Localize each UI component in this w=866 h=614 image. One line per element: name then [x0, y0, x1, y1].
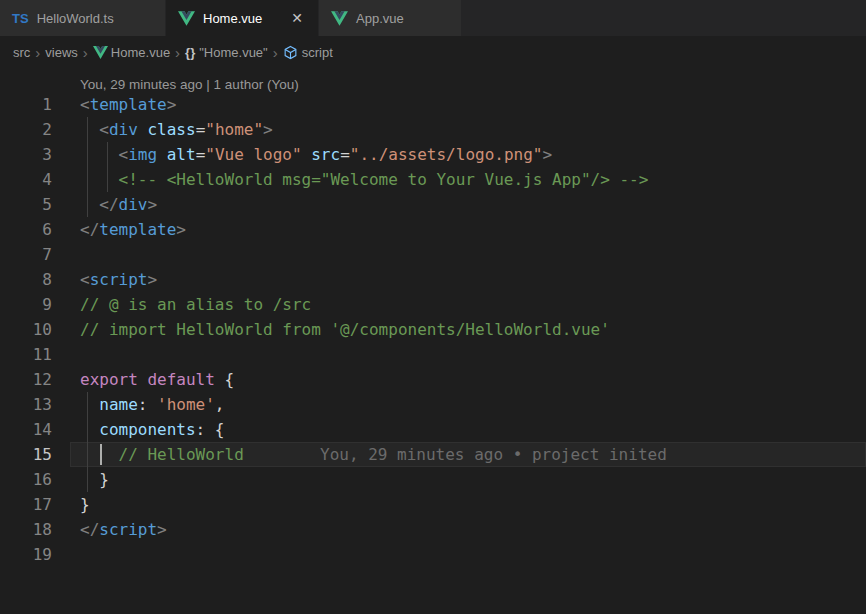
breadcrumb-label: script [302, 45, 333, 60]
code-text: <div class="home"> [80, 117, 273, 142]
line-number: 14 [0, 417, 52, 442]
code-line[interactable]: 12export default { [0, 367, 866, 392]
code-line[interactable]: 18</script> [0, 517, 866, 542]
braces-icon: {} [185, 45, 195, 60]
code-text: // @ is an alias to /src [80, 292, 311, 317]
chevron-right-icon: › [78, 45, 93, 60]
code-line[interactable]: 2 <div class="home"> [0, 117, 866, 142]
code-editor[interactable]: You, 29 minutes ago | 1 author (You) 1<t… [0, 68, 866, 567]
code-text: <!-- <HelloWorld msg="Welcome to Your Vu… [80, 167, 648, 192]
line-number: 2 [0, 117, 52, 142]
line-number: 12 [0, 367, 52, 392]
tab-home-vue[interactable]: Home.vue ✕ [166, 0, 319, 36]
chevron-right-icon: › [268, 45, 283, 60]
breadcrumb-item-views[interactable]: views [45, 45, 78, 60]
code-line[interactable]: 6</template> [0, 217, 866, 242]
breadcrumb-label: "Home.vue" [199, 45, 267, 60]
module-cube-icon [283, 45, 298, 60]
code-line[interactable]: 4 <!-- <HelloWorld msg="Welcome to Your … [0, 167, 866, 192]
typescript-icon: TS [12, 11, 29, 26]
tab-label: Home.vue [203, 11, 262, 26]
line-number: 9 [0, 292, 52, 317]
code-text: components: { [80, 417, 225, 442]
code-line[interactable]: 9// @ is an alias to /src [0, 292, 866, 317]
tab-bar: TS HelloWorld.ts Home.vue ✕ App.vue [0, 0, 866, 36]
code-line[interactable]: 14 components: { [0, 417, 866, 442]
code-text: <script> [80, 267, 157, 292]
line-number: 8 [0, 267, 52, 292]
code-text: export default { [80, 367, 234, 392]
code-text: <img alt="Vue logo" src="../assets/logo.… [80, 142, 552, 167]
code-line[interactable]: 5 </div> [0, 192, 866, 217]
inline-blame-annotation: You, 29 minutes ago • project inited [320, 442, 667, 467]
tab-helloworld-ts[interactable]: TS HelloWorld.ts [0, 0, 166, 36]
chevron-right-icon: › [170, 45, 185, 60]
code-text: </div> [80, 192, 157, 217]
breadcrumb-item-script[interactable]: script [283, 45, 333, 60]
code-line[interactable]: 17} [0, 492, 866, 517]
vue-icon [93, 46, 108, 59]
line-number: 5 [0, 192, 52, 217]
tab-label: App.vue [356, 11, 404, 26]
code-line[interactable]: 11 [0, 342, 866, 367]
code-text: <template> [80, 92, 176, 117]
tab-app-vue[interactable]: App.vue [319, 0, 462, 36]
close-icon[interactable]: ✕ [288, 9, 306, 27]
line-number: 19 [0, 542, 52, 567]
line-number: 1 [0, 92, 52, 117]
line-number: 7 [0, 242, 52, 267]
line-number: 17 [0, 492, 52, 517]
code-line[interactable]: 16 } [0, 467, 866, 492]
code-line[interactable]: 13 name: 'home', [0, 392, 866, 417]
code-text: </script> [80, 517, 167, 542]
breadcrumb-label: src [13, 45, 30, 60]
breadcrumb-label: views [45, 45, 78, 60]
line-number: 13 [0, 392, 52, 417]
line-number: 11 [0, 342, 52, 367]
breadcrumb-item-home-vue[interactable]: Home.vue [93, 45, 170, 60]
code-line[interactable]: 1<template> [0, 92, 866, 117]
code-area[interactable]: 1<template>2 <div class="home">3 <img al… [0, 92, 866, 567]
line-number: 3 [0, 142, 52, 167]
breadcrumb-item-src[interactable]: src [13, 45, 30, 60]
vue-icon [178, 11, 195, 26]
code-text: } [80, 492, 90, 517]
code-line[interactable]: 8<script> [0, 267, 866, 292]
chevron-right-icon: › [30, 45, 45, 60]
code-text: // import HelloWorld from '@/components/… [80, 317, 610, 342]
line-number: 4 [0, 167, 52, 192]
breadcrumb-label: Home.vue [111, 45, 170, 60]
line-number: 18 [0, 517, 52, 542]
line-number: 16 [0, 467, 52, 492]
line-number: 15 [0, 442, 52, 467]
breadcrumb-item-home-vue-symbol[interactable]: {} "Home.vue" [185, 45, 268, 60]
vue-icon [331, 11, 348, 26]
code-line[interactable]: 10// import HelloWorld from '@/component… [0, 317, 866, 342]
codelens-annotation[interactable]: You, 29 minutes ago | 1 author (You) [0, 68, 866, 92]
code-text: name: 'home', [80, 392, 225, 417]
code-text: // HelloWorld [80, 442, 244, 467]
line-number: 6 [0, 217, 52, 242]
code-line[interactable]: 15 // HelloWorldYou, 29 minutes ago • pr… [0, 442, 866, 467]
line-number: 10 [0, 317, 52, 342]
code-text: </template> [80, 217, 186, 242]
breadcrumb: src › views › Home.vue › {} "Home.vue" ›… [0, 36, 866, 68]
code-line[interactable]: 19 [0, 542, 866, 567]
code-text: } [80, 467, 109, 492]
code-line[interactable]: 3 <img alt="Vue logo" src="../assets/log… [0, 142, 866, 167]
code-line[interactable]: 7 [0, 242, 866, 267]
tab-label: HelloWorld.ts [37, 11, 114, 26]
